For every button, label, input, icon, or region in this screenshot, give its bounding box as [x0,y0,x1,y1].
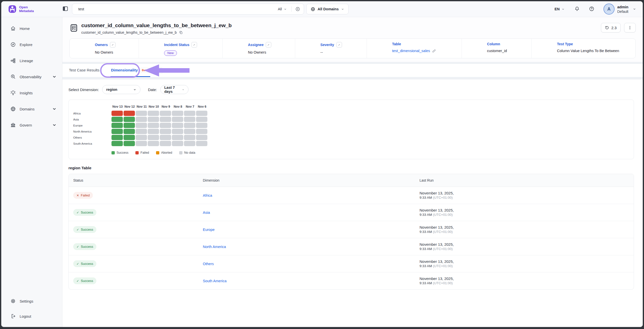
search-clear-icon[interactable] [295,7,300,12]
edit-pencil-icon[interactable] [336,42,342,48]
dimension-link[interactable]: South America [203,279,226,283]
heatmap-cell-nodata[interactable] [136,129,147,134]
copy-icon[interactable] [179,30,183,34]
dimension-select[interactable]: region [102,85,140,94]
sidebar-item-insights[interactable]: Insights [1,85,62,101]
chevron-down-icon [52,74,57,79]
search-scope-dropdown[interactable]: All [275,7,290,11]
heatmap-cell-nodata[interactable] [172,129,183,134]
heatmap-cell-success[interactable] [124,123,135,128]
heatmap-cell-nodata[interactable] [172,111,183,116]
heatmap-cell-nodata[interactable] [196,123,207,128]
sidebar-item-home[interactable]: Home [1,21,62,36]
heatmap-cell-nodata[interactable] [196,141,207,146]
heatmap-cell-success[interactable] [111,123,123,128]
sidebar-item-lineage[interactable]: Lineage [1,53,62,68]
heatmap-cell-nodata[interactable] [196,111,207,116]
heatmap-cell-success[interactable] [124,135,135,140]
table-row: ✓SuccessNorth AmericaNovember 13, 2025,9… [69,238,634,255]
heatmap-cell-nodata[interactable] [136,123,147,128]
openmetadata-logo[interactable]: OpenMetadata [8,5,62,14]
legend-swatch [179,151,182,154]
more-options-button[interactable] [624,23,636,32]
heatmap-cell-nodata[interactable] [136,111,147,116]
heatmap-cell-nodata[interactable] [136,141,147,146]
notifications-bell-icon[interactable] [574,6,580,12]
meta-value: No Owners [95,50,113,54]
edit-pencil-icon[interactable] [110,42,116,48]
last-run-timezone: (UTC+01:00) [433,264,452,268]
column-header-status: Status [69,178,198,182]
beta-badge: Beta [140,68,150,72]
tab-dimensionality[interactable]: DimensionalityBeta [110,64,150,77]
heatmap-cell-nodata[interactable] [172,123,183,128]
heatmap-cell-nodata[interactable] [184,135,195,140]
sidebar-item-domains[interactable]: Domains [1,101,62,117]
heatmap-cell-failed[interactable] [111,111,123,116]
check-icon: ✓ [77,245,79,249]
heatmap-cell-success[interactable] [111,135,123,140]
heatmap-cell-success[interactable] [124,117,135,122]
heatmap-cell-nodata[interactable] [148,135,159,140]
heatmap-cell-nodata[interactable] [136,117,147,122]
sidebar-item-govern[interactable]: Govern [1,117,62,133]
heatmap-cell-nodata[interactable] [172,135,183,140]
version-button[interactable]: 2.3 [601,23,621,32]
heatmap-cell-success[interactable] [111,141,123,146]
all-domains-button[interactable]: All Domains [306,4,349,14]
heatmap-cell-success[interactable] [124,141,135,146]
sidebar-item-explore[interactable]: Explore [1,37,62,52]
dimension-link[interactable]: Africa [203,193,212,197]
date-range-select[interactable]: Last 7 days [160,85,188,94]
heatmap-cell-nodata[interactable] [160,141,171,146]
edit-pencil-icon[interactable] [192,42,197,48]
sidebar-item-settings[interactable]: Settings [1,294,62,308]
heatmap-cell-nodata[interactable] [148,111,159,116]
heatmap-cell-nodata[interactable] [196,117,207,122]
heatmap-cell-nodata[interactable] [184,129,195,134]
language-selector[interactable]: EN [554,7,564,11]
heatmap-cell-nodata[interactable] [136,135,147,140]
help-icon[interactable] [589,6,594,12]
dimension-link[interactable]: North America [203,245,226,249]
heatmap-cell-nodata[interactable] [148,123,159,128]
search-input[interactable] [78,7,275,11]
dimension-heatmap-card: Nov 13Nov 12Nov 11Nov 10Nov 9Nov 8Nov 7N… [68,100,634,159]
sidebar-item-logout[interactable]: Logout [1,309,62,323]
table-link[interactable]: test_dimensional_sales [392,49,430,53]
heatmap-cell-success[interactable] [111,117,123,122]
sidebar-toggle-icon[interactable] [62,6,68,13]
heatmap-cell-nodata[interactable] [184,141,195,146]
heatmap-cell-nodata[interactable] [160,129,171,134]
logo-text: OpenMetadata [19,5,34,13]
heatmap-cell-nodata[interactable] [172,141,183,146]
heatmap-cell-nodata[interactable] [184,123,195,128]
sidebar-item-observability[interactable]: Observability [1,69,62,85]
heatmap-cell-success[interactable] [124,129,135,134]
heatmap-cell-failed[interactable] [124,111,135,116]
heatmap-cell-nodata[interactable] [148,129,159,134]
edit-pencil-icon[interactable] [266,42,271,48]
heatmap-cell-nodata[interactable] [196,135,207,140]
heatmap-cell-nodata[interactable] [148,117,159,122]
sidebar-item-label: Settings [20,299,57,303]
tab-test-case-results[interactable]: Test Case Results [68,64,100,77]
status-label: Success [81,279,93,283]
heatmap-cell-nodata[interactable] [148,141,159,146]
date-select-label: Date: [148,88,157,92]
sidebar-item-label: Home [20,26,57,31]
heatmap-cell-nodata[interactable] [196,129,207,134]
heatmap-cell-nodata[interactable] [184,111,195,116]
heatmap-cell-nodata[interactable] [184,117,195,122]
heatmap-cell-nodata[interactable] [160,117,171,122]
heatmap-cell-nodata[interactable] [172,117,183,122]
heatmap-cell-nodata[interactable] [160,123,171,128]
status-badge: ✓Success [73,277,96,284]
heatmap-cell-nodata[interactable] [160,135,171,140]
dimension-link[interactable]: Others [203,262,214,266]
user-menu[interactable]: A admin Default [603,4,636,15]
heatmap-cell-nodata[interactable] [160,111,171,116]
dimension-link[interactable]: Europe [203,228,215,232]
dimension-link[interactable]: Asia [203,211,210,215]
heatmap-cell-success[interactable] [111,129,123,134]
